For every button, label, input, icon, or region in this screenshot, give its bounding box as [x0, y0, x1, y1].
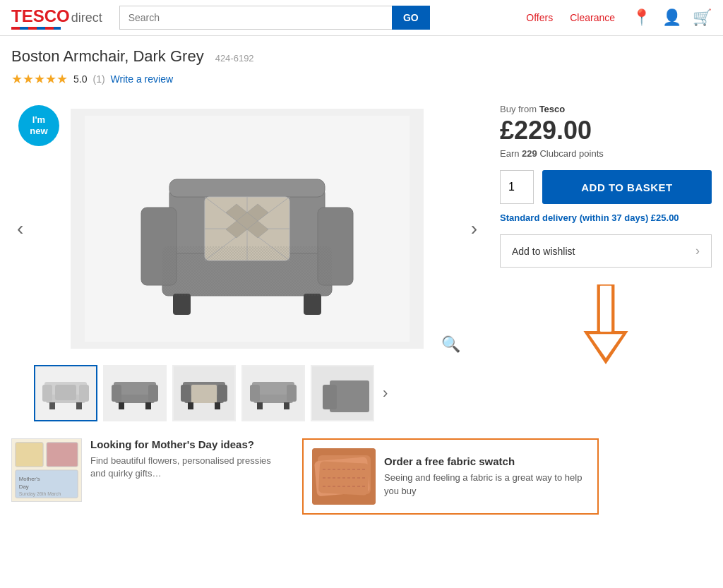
- svg-rect-37: [181, 385, 191, 402]
- svg-rect-22: [42, 385, 52, 402]
- fabric-swatch-box[interactable]: Order a free fabric swatch Seeing and fe…: [302, 438, 599, 515]
- delivery-info: Standard delivery (within 37 days) £25.0…: [500, 212, 712, 223]
- svg-text:Mother's: Mother's: [19, 476, 40, 482]
- add-to-wishlist-button[interactable]: Add to wishlist ›: [500, 234, 712, 268]
- logo-direct: direct: [71, 11, 102, 25]
- product-title-row: Boston Armchair, Dark Grey 424-6192: [11, 47, 712, 66]
- new-badge: I'm new: [18, 105, 59, 146]
- wishlist-chevron-icon: ›: [695, 244, 700, 258]
- down-arrow-icon: [578, 284, 634, 369]
- product-sku: 424-6192: [215, 53, 254, 64]
- svg-rect-18: [162, 246, 332, 296]
- product-price: £229.00: [500, 116, 712, 145]
- logo-underline: [11, 27, 61, 30]
- promo-title: Looking for Mother's Day ideas?: [90, 438, 280, 450]
- thumbnail-5[interactable]: [311, 365, 374, 421]
- nav-clearance[interactable]: Clearance: [570, 12, 615, 23]
- rating-number: 5.0: [73, 73, 87, 85]
- thumbnails: ›: [11, 365, 483, 421]
- product-title: Boston Armchair, Dark Grey: [11, 47, 204, 66]
- image-area: I'm new ‹: [11, 98, 483, 421]
- header-icons: 📍 👤 🛒: [632, 8, 712, 27]
- svg-rect-31: [148, 385, 158, 402]
- svg-rect-5: [169, 179, 325, 197]
- thumbnail-2[interactable]: [103, 365, 167, 421]
- search-button[interactable]: GO: [392, 6, 430, 30]
- svg-rect-39: [191, 385, 217, 403]
- product-container: Boston Armchair, Dark Grey 424-6192 ★★★★…: [0, 36, 723, 421]
- svg-rect-17: [304, 294, 321, 315]
- search-container: GO: [119, 6, 430, 30]
- location-icon[interactable]: 📍: [632, 8, 651, 27]
- header-nav: Offers Clearance 📍 👤 🛒: [526, 8, 712, 27]
- zoom-icon[interactable]: 🔍: [441, 335, 460, 354]
- svg-rect-16: [173, 294, 191, 315]
- svg-rect-46: [287, 385, 297, 402]
- review-count: (1): [92, 73, 104, 85]
- add-basket-row: ADD TO BASKET: [500, 170, 712, 204]
- svg-rect-25: [49, 402, 55, 409]
- wishlist-label: Add to wishlist: [512, 246, 575, 257]
- star-rating: ★★★★★: [11, 71, 68, 87]
- swatch-title: Order a free fabric swatch: [384, 455, 589, 467]
- svg-rect-38: [217, 385, 227, 402]
- swatch-image: [312, 448, 376, 505]
- promo-text: Looking for Mother's Day ideas? Find bea…: [90, 438, 280, 480]
- basket-icon[interactable]: 🛒: [693, 8, 712, 27]
- mothers-day-image: Mother's Day Sunday 26th March: [11, 438, 82, 502]
- svg-rect-33: [145, 402, 151, 409]
- svg-rect-23: [79, 385, 89, 402]
- buy-panel: Buy from Tesco £229.00 Earn 229 Clubcard…: [500, 98, 712, 421]
- promo-description: Find beautiful flowers, personalised pre…: [90, 455, 280, 480]
- svg-rect-40: [188, 402, 193, 409]
- rating-row: ★★★★★ 5.0 (1) Write a review: [11, 71, 712, 87]
- write-review-link[interactable]: Write a review: [111, 73, 173, 85]
- svg-rect-47: [257, 402, 263, 409]
- nav-offers[interactable]: Offers: [526, 12, 553, 23]
- thumbnail-1[interactable]: [34, 365, 97, 421]
- thumbnail-4[interactable]: [241, 365, 305, 421]
- svg-rect-26: [76, 402, 82, 409]
- svg-rect-48: [284, 402, 289, 409]
- carousel-next-button[interactable]: ›: [465, 212, 483, 246]
- product-image: [71, 109, 424, 349]
- clubcard-points: Earn 229 Clubcard points: [500, 148, 712, 159]
- svg-text:Day: Day: [19, 484, 29, 490]
- svg-text:Sunday 26th March: Sunday 26th March: [19, 491, 61, 497]
- mothers-day-promo: Mother's Day Sunday 26th March Looking f…: [11, 438, 280, 515]
- svg-rect-32: [119, 402, 124, 409]
- bottom-section: Mother's Day Sunday 26th March Looking f…: [0, 427, 723, 526]
- svg-rect-59: [47, 443, 78, 467]
- buy-from-label: Buy from Tesco: [500, 104, 712, 114]
- armchair-svg: [85, 116, 410, 342]
- product-main: I'm new ‹: [11, 98, 712, 421]
- svg-rect-54: [600, 286, 611, 332]
- main-image-wrapper: ‹: [11, 98, 483, 359]
- logo: TESCO direct: [11, 6, 102, 30]
- svg-rect-51: [323, 385, 337, 409]
- thumbnail-3[interactable]: [172, 365, 236, 421]
- svg-rect-45: [250, 385, 260, 402]
- account-icon[interactable]: 👤: [662, 8, 681, 27]
- swatch-description: Seeing and feeling a fabric is a great w…: [384, 472, 589, 497]
- logo-tesco: TESCO: [11, 6, 70, 26]
- quantity-input[interactable]: [500, 170, 534, 204]
- search-input[interactable]: [119, 6, 392, 30]
- svg-rect-58: [16, 443, 43, 467]
- thumbnails-next-button[interactable]: ›: [383, 384, 388, 402]
- header: TESCO direct GO Offers Clearance 📍 👤 🛒: [0, 0, 723, 36]
- orange-arrow-annotation: [500, 284, 712, 369]
- svg-rect-24: [55, 385, 76, 400]
- swatch-text: Order a free fabric swatch Seeing and fe…: [384, 455, 589, 497]
- svg-rect-41: [215, 402, 220, 409]
- add-to-basket-button[interactable]: ADD TO BASKET: [542, 170, 712, 204]
- carousel-prev-button[interactable]: ‹: [11, 212, 29, 246]
- svg-rect-30: [112, 385, 121, 402]
